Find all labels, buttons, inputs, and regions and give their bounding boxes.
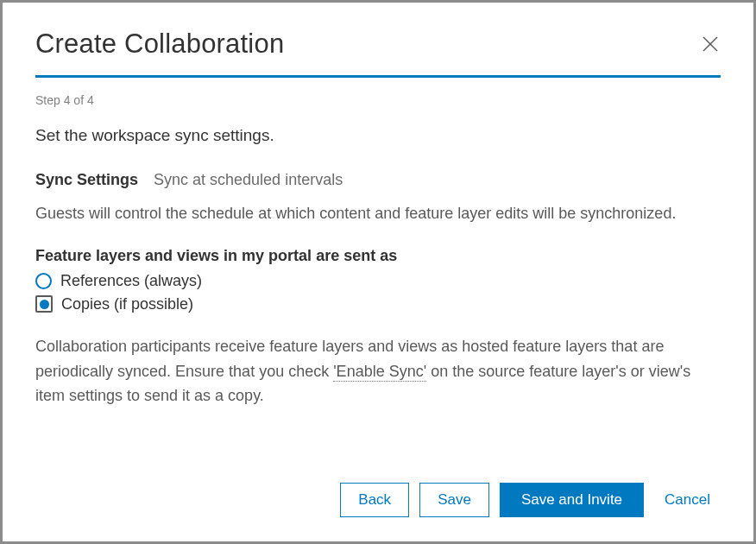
sync-settings-value: Sync at scheduled intervals — [154, 171, 343, 189]
radio-references[interactable]: References (always) — [35, 272, 721, 290]
feature-layers-description: Collaboration participants receive featu… — [35, 334, 721, 408]
feature-layers-heading: Feature layers and views in my portal ar… — [35, 247, 721, 265]
back-button[interactable]: Back — [340, 483, 409, 517]
close-icon — [701, 35, 720, 54]
radio-icon — [35, 273, 52, 289]
radio-icon-selected — [35, 295, 53, 313]
close-button[interactable] — [700, 34, 721, 54]
feature-layers-radio-group: References (always) Copies (if possible) — [35, 272, 721, 319]
enable-sync-link[interactable]: 'Enable Sync' — [333, 363, 426, 382]
cancel-button[interactable]: Cancel — [654, 484, 721, 516]
header-divider — [35, 75, 721, 78]
sync-settings-label: Sync Settings — [35, 171, 138, 189]
instruction-text: Set the workspace sync settings. — [35, 126, 721, 145]
radio-copies[interactable]: Copies (if possible) — [35, 295, 721, 313]
dialog-header: Create Collaboration — [35, 28, 721, 60]
step-indicator: Step 4 of 4 — [35, 93, 721, 107]
button-row: Back Save Save and Invite Cancel — [35, 465, 721, 517]
sync-description: Guests will control the schedule at whic… — [35, 201, 721, 226]
sync-settings-row: Sync Settings Sync at scheduled interval… — [35, 171, 721, 189]
save-and-invite-button[interactable]: Save and Invite — [500, 483, 644, 517]
radio-copies-label: Copies (if possible) — [61, 295, 193, 313]
dialog-container: Create Collaboration Step 4 of 4 Set the… — [0, 0, 756, 544]
save-button[interactable]: Save — [419, 483, 489, 517]
dialog-title: Create Collaboration — [35, 28, 284, 60]
radio-references-label: References (always) — [60, 272, 202, 290]
